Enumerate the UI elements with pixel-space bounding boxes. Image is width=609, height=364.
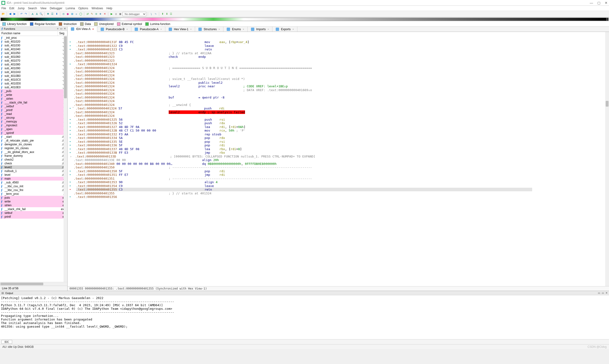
function-row[interactable]: ⨍sub_4010B0.plt [0,74,67,78]
analysis-icon[interactable]: ❖ [46,12,50,16]
stop-icon[interactable]: ◼ [118,12,122,16]
step-over-icon[interactable]: ⤵ [149,12,153,16]
menu-view[interactable]: View [40,7,46,10]
function-row[interactable]: ⨍_strcmp.pl [0,116,67,120]
menu-lumina[interactable]: Lumina [66,7,75,10]
menu-file[interactable]: File [1,7,6,10]
menu-help[interactable]: Help [106,7,112,10]
function-row[interactable]: ⨍strlenext [0,203,67,207]
function-row[interactable]: ⨍sub_401060.plt [0,55,67,59]
navigation-band[interactable] [0,18,609,21]
function-row[interactable]: ⨍_term_proc.fir [0,192,67,196]
function-row[interactable]: ⨍nullsub_1.tex [0,169,67,173]
run-icon[interactable]: ▶ [110,12,114,16]
function-row[interactable]: ⨍putsext [0,196,67,200]
function-row[interactable]: ⨍___stack_chk_fail.pl [0,101,67,104]
graph-icon[interactable]: ☰ [51,12,54,16]
undefine-icon[interactable]: ◯ [79,12,83,16]
code-icon[interactable]: © [62,12,65,16]
tab-enums[interactable]: Enums× [223,27,248,32]
function-row[interactable]: ⨍sub_4010A0.plt [0,70,67,74]
function-row[interactable]: ⨍_init_proc.ini [0,36,67,40]
hex-icon[interactable]: ⊞ [70,12,74,16]
panel-float-icon[interactable]: ▭ [60,27,62,30]
function-row[interactable]: ⨍sub_4010E0.plt [0,85,67,89]
function-row[interactable]: ⨍_sub_4560.tex [0,181,67,184]
tab-ida-view-a[interactable]: IDA View-A● [67,27,97,32]
menu-debugger[interactable]: Debugger [50,7,62,10]
function-row[interactable]: ⨍_write.pl [0,93,67,97]
function-row[interactable]: ⨍sub_401030.plt [0,43,67,47]
function-row[interactable]: ⨍_strlen.pl [0,97,67,101]
open-icon[interactable]: 📂 [1,12,5,16]
undo-icon[interactable]: ↶ [20,12,23,16]
function-row[interactable]: ⨍frame_dummy.tex [0,154,67,158]
tab-exports[interactable]: Exports× [272,27,297,32]
output-menu-icon[interactable]: ▭ [598,291,600,295]
function-row[interactable]: ⨍level2.tex [0,165,67,169]
function-row[interactable]: ⨍__libc_csu_fini.tex [0,188,67,192]
maximize-button[interactable]: ▢ [597,1,600,5]
flow-icon[interactable]: ⬇ [55,12,59,16]
function-row[interactable]: ⨍sub_401070.plt [0,59,67,63]
function-row[interactable]: ⨍sub_401020.plt [0,40,67,43]
nav-back-icon[interactable]: ⯇ [8,12,12,16]
menu-edit[interactable]: Edit [9,7,14,10]
function-row[interactable]: ⨍sub_401080.plt [0,63,67,66]
search-text-icon[interactable]: A [31,12,35,16]
function-row[interactable]: ⨍__stack_chk_failexte [0,207,67,211]
function-row[interactable]: ⨍_start.tex [0,135,67,139]
function-row[interactable]: ⨍_printf.pl [0,108,67,112]
func-hscroll[interactable] [0,282,67,286]
search-next-icon[interactable]: Ā [35,12,39,16]
function-row[interactable]: ⨍check.tex [0,162,67,165]
function-row[interactable]: ⨍sub_401050.plt [0,51,67,55]
nav-fwd-icon[interactable]: ⯈ [13,12,16,16]
output-float-icon[interactable]: ▭ [602,291,604,295]
close-button[interactable]: ✕ [605,1,608,5]
bookmark-icon[interactable]: ★ [99,12,102,16]
disasm-scrollbar[interactable] [605,32,609,286]
functions-list[interactable]: ⨍_init_proc.ini⨍sub_401020.plt⨍sub_40103… [0,36,67,282]
lumina-pull-icon[interactable]: ⬇ [165,12,169,16]
string-icon[interactable]: ≡ [75,12,78,16]
function-row[interactable]: ⨍writeext [0,200,67,203]
function-row[interactable]: ⨍printfext [0,215,67,219]
function-row[interactable]: ⨍_open.pl [0,127,67,131]
rename-icon[interactable]: ✎ [90,12,94,16]
output-close-icon[interactable]: ✕ [605,291,608,295]
delete-icon[interactable]: ✕ [103,12,107,16]
function-row[interactable]: ⨍main.te [0,177,67,181]
function-row[interactable]: ⨍_setbuf.pl [0,104,67,108]
tab-hex-view-1[interactable]: Hex View-1× [165,27,195,32]
debugger-combo[interactable]: No debugger [123,12,146,16]
function-row[interactable]: ⨍_sprintf.pl [0,131,67,135]
col-function-name[interactable]: Function name [0,31,58,36]
function-row[interactable]: ⨍register_tm_clones.tex [0,146,67,150]
panel-menu-icon[interactable]: ≡ [57,27,59,30]
function-row[interactable]: ⨍deregister_tm_clones.tex [0,143,67,146]
function-row[interactable]: ⨍__libc_csu_init.tex [0,184,67,188]
function-row[interactable]: ⨍__do_global_dtors_aux.tex [0,150,67,154]
xref-icon[interactable]: ⇄ [86,12,90,16]
menu-options[interactable]: Options [78,7,88,10]
menu-jump[interactable]: Jump [18,7,25,10]
function-row[interactable]: ⨍sub_401040.plt [0,47,67,51]
tab-structures[interactable]: Structures× [195,27,223,32]
function-row[interactable]: ⨍level.tex [0,173,67,177]
panel-close-icon[interactable]: ✕ [64,27,66,30]
function-row[interactable]: ⨍sub_4010D0.plt [0,82,67,85]
function-row[interactable]: ⨍_memcpy.pl [0,120,67,123]
tab-pseudocode-b[interactable]: Pseudocode-B× [97,27,131,32]
func-scrollbar[interactable] [64,36,67,282]
lumina-view-icon[interactable]: ☰ [169,12,173,16]
disassembly-view[interactable]: • .text:000000000040131F 8B 45 FC mov ea… [67,32,609,286]
step-into-icon[interactable]: ⤷ [154,12,157,16]
function-row[interactable]: ⨍sub_401090.plt [0,66,67,70]
function-row[interactable]: ⨍_dl_relocate_static_pie.tex [0,139,67,143]
tab-imports[interactable]: Imports× [248,27,272,32]
tab-pseudocode-a[interactable]: Pseudocode-A× [131,27,165,32]
minimize-button[interactable]: — [590,1,593,5]
output-body[interactable]: [Patching] Loaded v0.1.2 - (c) Markus Ga… [0,295,609,339]
function-row[interactable]: ⨍_read.pl [0,112,67,116]
